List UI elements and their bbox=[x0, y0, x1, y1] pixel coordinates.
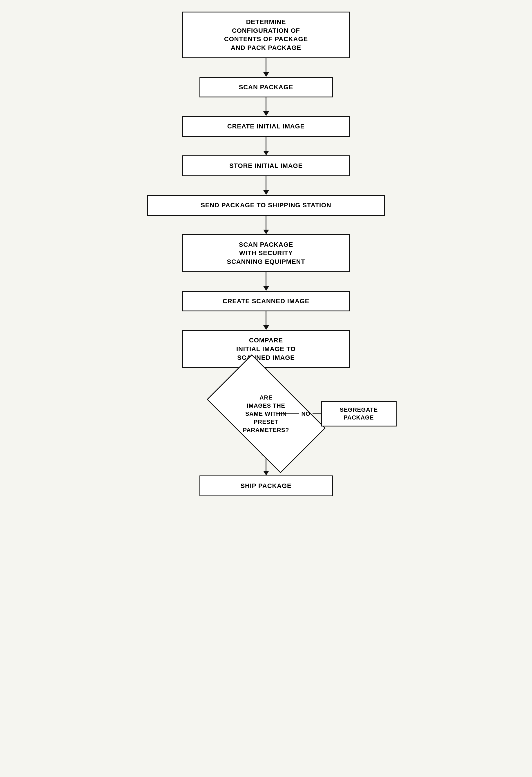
step-determine-config: DETERMINE CONFIGURATION OF CONTENTS OF P… bbox=[182, 12, 350, 58]
step-store-initial-image: STORE INITIAL IMAGE bbox=[182, 155, 350, 176]
arrow-3 bbox=[263, 151, 269, 155]
step-create-scanned-image: CREATE SCANNED IMAGE bbox=[182, 291, 350, 312]
arrow-1 bbox=[263, 72, 269, 77]
diamond-label: ARE IMAGES THE SAME WITHIN PRESET PARAME… bbox=[234, 394, 298, 434]
flowchart: DETERMINE CONFIGURATION OF CONTENTS OF P… bbox=[136, 12, 397, 496]
connector-5 bbox=[265, 216, 267, 230]
step-scan-package: SCAN PACKAGE bbox=[200, 77, 333, 98]
arrow-2 bbox=[263, 111, 269, 116]
no-label: NO bbox=[302, 411, 310, 417]
arrow-4 bbox=[263, 190, 269, 195]
connector-4 bbox=[265, 176, 267, 190]
step-create-initial-image: CREATE INITIAL IMAGE bbox=[182, 116, 350, 137]
connector-7 bbox=[265, 311, 267, 325]
diamond-row: ARE IMAGES THE SAME WITHIN PRESET PARAME… bbox=[136, 382, 397, 446]
arrow-5 bbox=[263, 230, 269, 234]
step-segregate: SEGREGATE PACKAGE bbox=[321, 401, 397, 427]
arrow-9 bbox=[263, 471, 269, 475]
connector-2 bbox=[265, 97, 267, 111]
connector-3 bbox=[265, 137, 267, 151]
step-scan-security: SCAN PACKAGE WITH SECURITY SCANNING EQUI… bbox=[182, 234, 350, 272]
step-send-package: SEND PACKAGE TO SHIPPING STATION bbox=[147, 195, 385, 216]
arrow-6 bbox=[263, 286, 269, 291]
arrow-7 bbox=[263, 325, 269, 330]
step-ship-package: SHIP PACKAGE bbox=[200, 475, 333, 496]
connector-1 bbox=[265, 58, 267, 72]
no-line-2 bbox=[313, 414, 321, 414]
step-compare-images: COMPARE INITIAL IMAGE TO SCANNED IMAGE bbox=[182, 330, 350, 368]
connector-6 bbox=[265, 272, 267, 286]
